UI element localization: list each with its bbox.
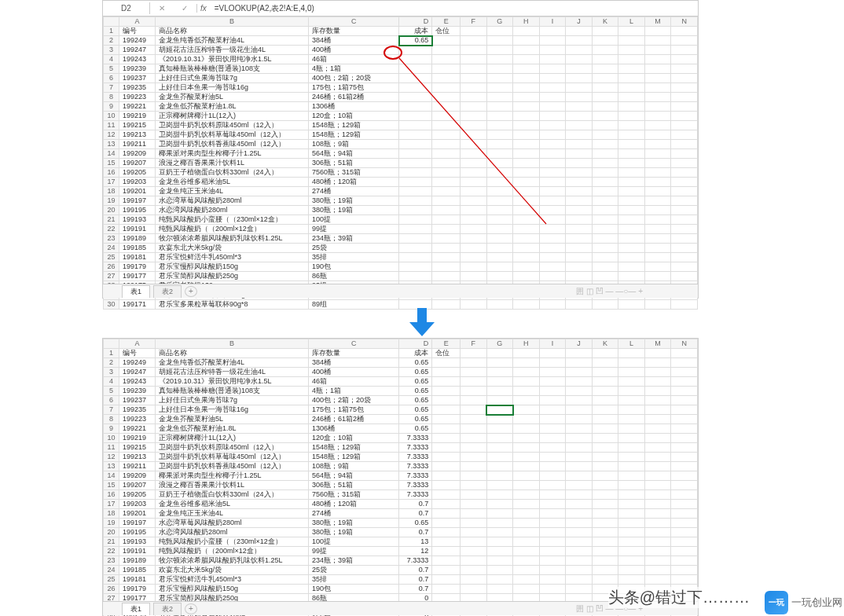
column-header-M[interactable]: M (644, 339, 671, 349)
row-header[interactable]: 1 (104, 349, 119, 358)
cell-M10[interactable] (644, 112, 671, 121)
cell-D5[interactable] (399, 64, 432, 74)
cell-D7[interactable] (399, 83, 432, 93)
cell-C13[interactable]: 108瓶；9箱 (309, 462, 399, 471)
cell-J27[interactable] (566, 272, 593, 281)
cell-I15[interactable] (539, 481, 566, 490)
cell-G20[interactable] (486, 528, 513, 537)
cell-F27[interactable] (460, 272, 486, 281)
cell-C9[interactable]: 1306桶 (309, 424, 399, 434)
cell-B25[interactable]: 君乐宝悦鲜活牛乳450ml*3 (156, 575, 309, 585)
cell-E13[interactable] (432, 140, 461, 149)
cell-C25[interactable]: 35排 (309, 253, 399, 262)
column-header-I[interactable]: I (539, 339, 566, 349)
header-cell-I[interactable] (539, 349, 566, 358)
cell-C15[interactable]: 306瓶；51箱 (309, 481, 399, 490)
row-header[interactable]: 6 (104, 396, 119, 405)
cell-N12[interactable] (671, 453, 698, 462)
cell-F22[interactable] (460, 547, 486, 556)
cell-G19[interactable] (486, 196, 513, 206)
row-header[interactable]: 14 (104, 471, 119, 481)
cell-E7[interactable] (432, 405, 461, 415)
cell-A20[interactable]: 199195 (119, 206, 155, 215)
cell-L6[interactable] (618, 74, 645, 83)
cell-N24[interactable] (671, 566, 698, 575)
cell-L14[interactable] (618, 471, 645, 481)
add-sheet-button-b[interactable]: + (185, 603, 197, 614)
cell-H10[interactable] (513, 112, 540, 121)
cell-K15[interactable] (592, 481, 618, 490)
cell-K26[interactable] (592, 262, 618, 272)
cell-B22[interactable]: 纯甄风味酸奶（（200ml×12盒） (156, 547, 309, 556)
cell-H19[interactable] (513, 519, 540, 528)
cell-C24[interactable]: 25袋 (309, 566, 399, 575)
column-header-L[interactable]: L (618, 17, 645, 27)
cell-C14[interactable]: 564瓶；94箱 (309, 471, 399, 481)
cell-H13[interactable] (513, 140, 540, 149)
cell-B13[interactable]: 卫岗甜牛奶乳饮料香蕉味450ml（12入） (156, 140, 309, 149)
cell-K11[interactable] (592, 121, 618, 130)
cell-I25[interactable] (539, 575, 566, 585)
cell-L12[interactable] (618, 130, 645, 140)
cell-M26[interactable] (644, 262, 671, 272)
cell-K6[interactable] (592, 396, 618, 405)
cell-E17[interactable] (432, 500, 461, 509)
cell-L17[interactable] (618, 178, 645, 187)
row-header[interactable]: 15 (104, 481, 119, 490)
cell-K5[interactable] (592, 64, 618, 74)
cell-M13[interactable] (644, 462, 671, 471)
cell-F7[interactable] (460, 405, 486, 415)
header-cell-N[interactable] (671, 27, 698, 36)
cell-F25[interactable] (460, 575, 486, 585)
cell-B3[interactable]: 胡姬花古法压榨特香一级花生油4L (156, 46, 309, 55)
cell-J17[interactable] (566, 500, 593, 509)
cell-J8[interactable] (566, 93, 593, 102)
cell-I17[interactable] (539, 178, 566, 187)
cell-K21[interactable] (592, 215, 618, 225)
cell-A26[interactable]: 199179 (119, 585, 155, 594)
cell-A17[interactable]: 199203 (119, 500, 155, 509)
cell-I13[interactable] (539, 140, 566, 149)
cell-H15[interactable] (513, 481, 540, 490)
row-header[interactable]: 12 (104, 130, 119, 140)
column-header-K[interactable]: K (592, 339, 618, 349)
cell-C12[interactable]: 1548瓶；129箱 (309, 130, 399, 140)
cell-H13[interactable] (513, 462, 540, 471)
cell-M11[interactable] (644, 121, 671, 130)
header-cell-K[interactable] (592, 27, 618, 36)
cell-F26[interactable] (460, 262, 486, 272)
header-cell-N[interactable] (671, 349, 698, 358)
view-controls-icon[interactable]: 囲 ◫ 凹 — —○— + (576, 286, 643, 297)
cell-L7[interactable] (618, 83, 645, 93)
cell-M13[interactable] (644, 140, 671, 149)
cell-C5[interactable]: 4瓶；1箱 (309, 64, 399, 74)
cell-D2[interactable]: 0.65 (399, 358, 432, 368)
cell-G6[interactable] (486, 74, 513, 83)
cell-C23[interactable]: 234瓶；39箱 (309, 556, 399, 566)
column-header-L[interactable]: L (618, 339, 645, 349)
cell-C4[interactable]: 46箱 (309, 55, 399, 64)
cell-E6[interactable] (432, 74, 461, 83)
header-cell-G[interactable] (486, 27, 513, 36)
cell-L18[interactable] (618, 509, 645, 519)
cell-L23[interactable] (618, 556, 645, 566)
cell-I16[interactable] (539, 490, 566, 500)
cell-F3[interactable] (460, 368, 486, 377)
cell-H11[interactable] (513, 121, 540, 130)
cell-I24[interactable] (539, 566, 566, 575)
cell-J25[interactable] (566, 575, 593, 585)
cell-M4[interactable] (644, 377, 671, 387)
cell-K7[interactable] (592, 83, 618, 93)
cell-D13[interactable]: 7.3333 (399, 462, 432, 471)
cell-M2[interactable] (644, 36, 671, 46)
cell-J9[interactable] (566, 102, 593, 112)
cell-B30[interactable]: 君乐宝多果粒草莓联杯90g*8 (156, 300, 309, 310)
cell-A2[interactable]: 199249 (119, 358, 155, 368)
cell-K16[interactable] (592, 490, 618, 500)
cell-M27[interactable] (644, 272, 671, 281)
cell-E18[interactable] (432, 187, 461, 196)
header-cell-E[interactable]: 仓位 (432, 349, 461, 358)
cell-K5[interactable] (592, 387, 618, 396)
cell-F24[interactable] (460, 244, 486, 253)
row-header[interactable]: 2 (104, 36, 119, 46)
